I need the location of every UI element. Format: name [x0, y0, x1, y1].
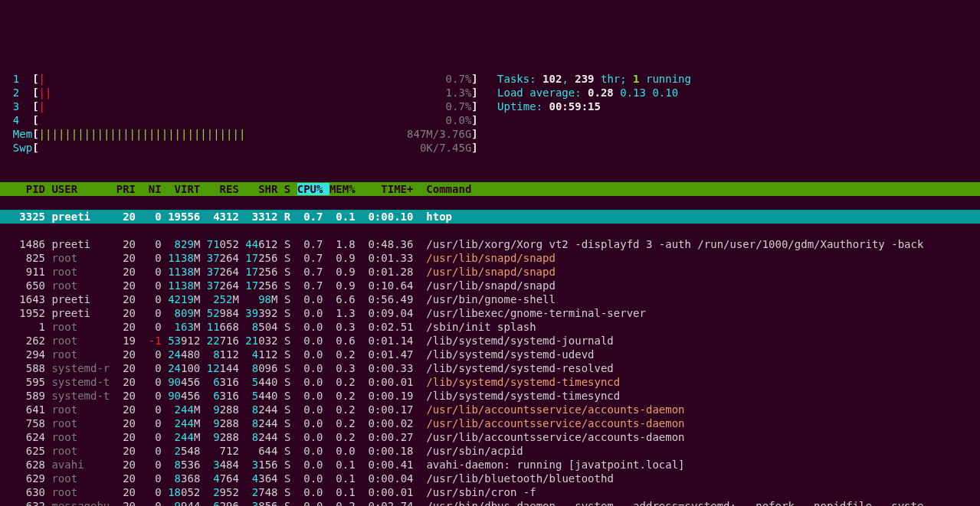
- process-row[interactable]: 1643 preeti 20 0 4219M 252M 98M S 0.0 6.…: [0, 292, 980, 306]
- process-row[interactable]: 1 root 20 0 163M 11668 8504 S 0.0 0.3 0:…: [0, 320, 980, 334]
- process-row[interactable]: 588 systemd-r 20 0 24100 12144 8096 S 0.…: [0, 361, 980, 375]
- process-row[interactable]: 595 systemd-t 20 0 90456 6316 5440 S 0.0…: [0, 375, 980, 389]
- process-row[interactable]: 825 root 20 0 1138M 37264 17256 S 0.7 0.…: [0, 251, 980, 265]
- process-row[interactable]: 650 root 20 0 1138M 37264 17256 S 0.7 0.…: [0, 279, 980, 292]
- selected-row[interactable]: 3325 preeti 20 0 19556 4312 3312 R 0.7 0…: [0, 210, 980, 224]
- process-row[interactable]: 628 avahi 20 0 8536 3484 3156 S 0.0 0.1 …: [0, 458, 980, 472]
- process-row[interactable]: 294 root 20 0 24480 8112 4112 S 0.0 0.2 …: [0, 348, 980, 361]
- process-row[interactable]: 1952 preeti 20 0 809M 52984 39392 S 0.0 …: [0, 306, 980, 320]
- column-header-row[interactable]: PID USER PRI NI VIRT RES SHR S CPU% MEM%…: [0, 182, 980, 196]
- process-rows[interactable]: 1486 preeti 20 0 829M 71052 44612 S 0.7 …: [0, 237, 980, 506]
- process-row[interactable]: 911 root 20 0 1138M 37264 17256 S 0.7 0.…: [0, 265, 980, 279]
- process-row[interactable]: 758 root 20 0 244M 9288 8244 S 0.0 0.2 0…: [0, 416, 980, 430]
- htop-terminal[interactable]: 1 [| 0.7%] Tasks: 102, 239 thr; 1 runnin…: [0, 55, 980, 506]
- process-row[interactable]: 624 root 20 0 244M 9288 8244 S 0.0 0.2 0…: [0, 430, 980, 444]
- process-row[interactable]: 632 messagebu 20 0 9944 6296 3856 S 0.0 …: [0, 499, 980, 506]
- process-row[interactable]: 1486 preeti 20 0 829M 71052 44612 S 0.7 …: [0, 237, 980, 251]
- header-area: 1 [| 0.7%] Tasks: 102, 239 thr; 1 runnin…: [0, 72, 980, 168]
- process-row[interactable]: 630 root 20 0 18052 2952 2748 S 0.0 0.1 …: [0, 485, 980, 499]
- process-row[interactable]: 629 root 20 0 8368 4764 4364 S 0.0 0.1 0…: [0, 472, 980, 485]
- process-row[interactable]: 625 root 20 0 2548 712 644 S 0.0 0.0 0:0…: [0, 444, 980, 458]
- process-row[interactable]: 641 root 20 0 244M 9288 8244 S 0.0 0.2 0…: [0, 403, 980, 416]
- process-row[interactable]: 589 systemd-t 20 0 90456 6316 5440 S 0.0…: [0, 389, 980, 403]
- process-row[interactable]: 262 root 19 -1 53912 22716 21032 S 0.0 0…: [0, 334, 980, 348]
